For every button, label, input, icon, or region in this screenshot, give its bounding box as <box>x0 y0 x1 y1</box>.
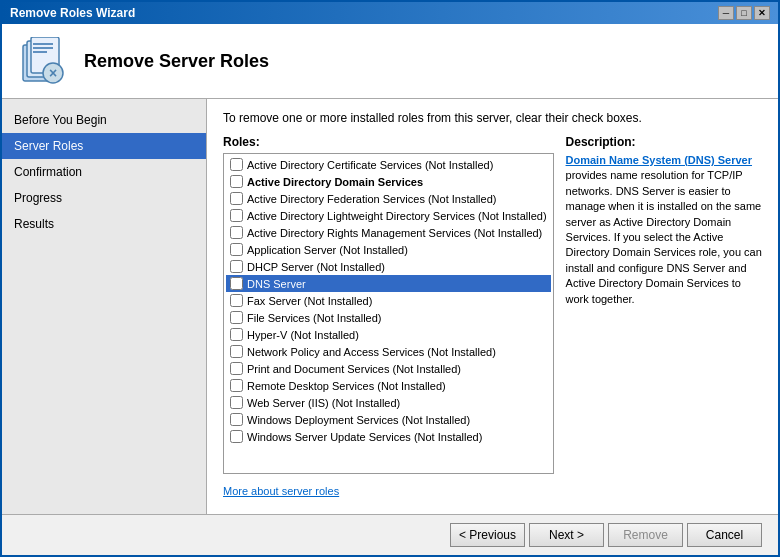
svg-text:×: × <box>49 65 57 81</box>
role-checkbox-rds[interactable] <box>230 379 243 392</box>
list-item[interactable]: DHCP Server (Not Installed) <box>226 258 551 275</box>
role-checkbox-appserver[interactable] <box>230 243 243 256</box>
sidebar-item-before-you-begin[interactable]: Before You Begin <box>2 107 206 133</box>
role-checkbox-wds[interactable] <box>230 413 243 426</box>
roles-section: Roles: Active Directory Certificate Serv… <box>223 135 554 502</box>
list-item[interactable]: Active Directory Lightweight Directory S… <box>226 207 551 224</box>
role-checkbox-adds[interactable] <box>230 175 243 188</box>
list-item[interactable]: Hyper-V (Not Installed) <box>226 326 551 343</box>
instruction-text: To remove one or more installed roles fr… <box>223 111 762 125</box>
list-item-dns[interactable]: DNS Server <box>226 275 551 292</box>
description-section: Description: Domain Name System (DNS) Se… <box>566 135 762 502</box>
role-checkbox-adfs[interactable] <box>230 192 243 205</box>
list-item[interactable]: Active Directory Domain Services <box>226 173 551 190</box>
more-link-area: More about server roles <box>223 480 554 502</box>
window-title: Remove Roles Wizard <box>10 6 135 20</box>
list-item[interactable]: Active Directory Federation Services (No… <box>226 190 551 207</box>
role-checkbox-wsus[interactable] <box>230 430 243 443</box>
role-checkbox-adrms[interactable] <box>230 226 243 239</box>
role-checkbox-fileservices[interactable] <box>230 311 243 324</box>
list-item[interactable]: Application Server (Not Installed) <box>226 241 551 258</box>
title-bar: Remove Roles Wizard ─ □ ✕ <box>2 2 778 24</box>
previous-button[interactable]: < Previous <box>450 523 525 547</box>
wizard-icon: × <box>18 36 68 86</box>
description-link[interactable]: Domain Name System (DNS) Server <box>566 154 752 166</box>
cancel-button[interactable]: Cancel <box>687 523 762 547</box>
svg-rect-4 <box>33 47 53 49</box>
role-checkbox-iis[interactable] <box>230 396 243 409</box>
sidebar: Before You Begin Server Roles Confirmati… <box>2 99 207 514</box>
list-item[interactable]: Active Directory Rights Management Servi… <box>226 224 551 241</box>
footer: < Previous Next > Remove Cancel <box>2 514 778 555</box>
list-item[interactable]: Remote Desktop Services (Not Installed) <box>226 377 551 394</box>
role-checkbox-print[interactable] <box>230 362 243 375</box>
header-section: × Remove Server Roles <box>2 24 778 99</box>
main-panel: To remove one or more installed roles fr… <box>207 99 778 514</box>
remove-button[interactable]: Remove <box>608 523 683 547</box>
svg-rect-3 <box>33 43 53 45</box>
description-label: Description: <box>566 135 762 149</box>
main-window: Remove Roles Wizard ─ □ ✕ × Remove Serve… <box>0 0 780 557</box>
role-checkbox-adlds[interactable] <box>230 209 243 222</box>
role-checkbox-npas[interactable] <box>230 345 243 358</box>
sidebar-item-server-roles[interactable]: Server Roles <box>2 133 206 159</box>
content-area: Before You Begin Server Roles Confirmati… <box>2 99 778 514</box>
sidebar-item-results[interactable]: Results <box>2 211 206 237</box>
list-item[interactable]: Windows Server Update Services (Not Inst… <box>226 428 551 445</box>
list-item[interactable]: Web Server (IIS) (Not Installed) <box>226 394 551 411</box>
two-column-layout: Roles: Active Directory Certificate Serv… <box>223 135 762 502</box>
list-item[interactable]: File Services (Not Installed) <box>226 309 551 326</box>
header-title: Remove Server Roles <box>84 51 269 72</box>
more-about-roles-link[interactable]: More about server roles <box>223 485 339 497</box>
list-item[interactable]: Active Directory Certificate Services (N… <box>226 156 551 173</box>
role-checkbox-adcs[interactable] <box>230 158 243 171</box>
role-checkbox-fax[interactable] <box>230 294 243 307</box>
description-body: provides name resolution for TCP/IP netw… <box>566 169 762 304</box>
list-item[interactable]: Network Policy and Access Services (Not … <box>226 343 551 360</box>
roles-label: Roles: <box>223 135 554 149</box>
title-bar-buttons: ─ □ ✕ <box>718 6 770 20</box>
close-button[interactable]: ✕ <box>754 6 770 20</box>
description-text: Domain Name System (DNS) Server provides… <box>566 153 762 307</box>
role-checkbox-dns[interactable] <box>230 277 243 290</box>
next-button[interactable]: Next > <box>529 523 604 547</box>
roles-list[interactable]: Active Directory Certificate Services (N… <box>223 153 554 474</box>
list-item[interactable]: Fax Server (Not Installed) <box>226 292 551 309</box>
sidebar-item-progress[interactable]: Progress <box>2 185 206 211</box>
role-checkbox-dhcp[interactable] <box>230 260 243 273</box>
svg-rect-5 <box>33 51 47 53</box>
list-item[interactable]: Windows Deployment Services (Not Install… <box>226 411 551 428</box>
role-checkbox-hyperv[interactable] <box>230 328 243 341</box>
list-item[interactable]: Print and Document Services (Not Install… <box>226 360 551 377</box>
maximize-button[interactable]: □ <box>736 6 752 20</box>
minimize-button[interactable]: ─ <box>718 6 734 20</box>
sidebar-item-confirmation[interactable]: Confirmation <box>2 159 206 185</box>
